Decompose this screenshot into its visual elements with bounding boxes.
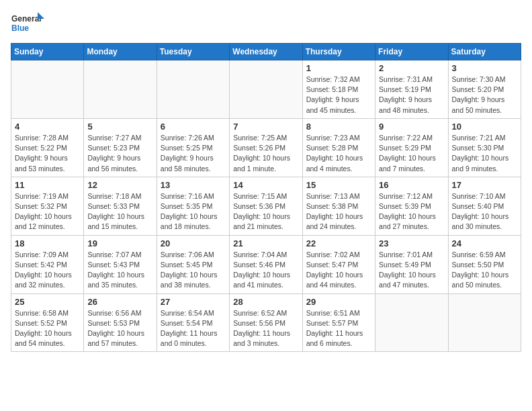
- day-number: 9: [379, 122, 444, 132]
- col-header-wednesday: Wednesday: [230, 44, 302, 60]
- col-header-saturday: Saturday: [448, 44, 521, 60]
- day-info: Sunrise: 6:52 AMSunset: 5:56 PMDaylight:…: [233, 308, 298, 349]
- calendar-cell: 14Sunrise: 7:15 AMSunset: 5:36 PMDayligh…: [230, 177, 302, 235]
- calendar-cell: 28Sunrise: 6:52 AMSunset: 5:56 PMDayligh…: [230, 293, 302, 352]
- day-info: Sunrise: 7:27 AMSunset: 5:23 PMDaylight:…: [87, 133, 152, 174]
- calendar-cell: 3Sunrise: 7:30 AMSunset: 5:20 PMDaylight…: [448, 60, 521, 119]
- day-number: 21: [233, 238, 298, 248]
- day-info: Sunrise: 7:06 AMSunset: 5:45 PMDaylight:…: [161, 250, 226, 291]
- calendar-cell: 13Sunrise: 7:16 AMSunset: 5:35 PMDayligh…: [157, 177, 229, 235]
- day-number: 25: [15, 297, 80, 307]
- calendar-cell: 19Sunrise: 7:07 AMSunset: 5:43 PMDayligh…: [84, 235, 157, 293]
- day-number: 15: [306, 180, 371, 190]
- day-number: 22: [306, 238, 371, 248]
- day-number: 6: [161, 122, 226, 132]
- day-number: 1: [306, 63, 371, 73]
- day-info: Sunrise: 6:59 AMSunset: 5:50 PMDaylight:…: [452, 250, 517, 291]
- day-number: 23: [379, 238, 444, 248]
- logo-svg: General Blue: [11, 11, 44, 38]
- calendar-cell: 16Sunrise: 7:12 AMSunset: 5:39 PMDayligh…: [375, 177, 448, 235]
- day-info: Sunrise: 6:54 AMSunset: 5:54 PMDaylight:…: [161, 308, 226, 349]
- day-number: 13: [161, 180, 226, 190]
- day-info: Sunrise: 6:51 AMSunset: 5:57 PMDaylight:…: [306, 308, 371, 349]
- calendar-cell: 8Sunrise: 7:23 AMSunset: 5:28 PMDaylight…: [302, 118, 375, 177]
- day-number: 27: [161, 297, 226, 307]
- col-header-tuesday: Tuesday: [157, 44, 229, 60]
- day-info: Sunrise: 7:02 AMSunset: 5:47 PMDaylight:…: [306, 250, 371, 291]
- day-info: Sunrise: 7:21 AMSunset: 5:30 PMDaylight:…: [452, 133, 517, 174]
- day-number: 8: [306, 122, 371, 132]
- calendar-cell: 4Sunrise: 7:28 AMSunset: 5:22 PMDaylight…: [11, 118, 84, 177]
- day-number: 2: [379, 63, 444, 73]
- day-number: 26: [87, 297, 152, 307]
- calendar-cell: 15Sunrise: 7:13 AMSunset: 5:38 PMDayligh…: [302, 177, 375, 235]
- day-info: Sunrise: 7:04 AMSunset: 5:46 PMDaylight:…: [233, 250, 298, 291]
- day-info: Sunrise: 6:56 AMSunset: 5:53 PMDaylight:…: [87, 308, 152, 349]
- col-header-monday: Monday: [84, 44, 157, 60]
- day-number: 16: [379, 180, 444, 190]
- calendar-table: SundayMondayTuesdayWednesdayThursdayFrid…: [11, 43, 521, 352]
- day-info: Sunrise: 7:13 AMSunset: 5:38 PMDaylight:…: [306, 191, 371, 232]
- day-info: Sunrise: 7:22 AMSunset: 5:29 PMDaylight:…: [379, 133, 444, 174]
- page-header: General Blue: [11, 11, 521, 38]
- calendar-cell: 27Sunrise: 6:54 AMSunset: 5:54 PMDayligh…: [157, 293, 229, 352]
- day-number: 4: [15, 122, 80, 132]
- day-info: Sunrise: 7:30 AMSunset: 5:20 PMDaylight:…: [452, 75, 517, 116]
- calendar-week-row: 18Sunrise: 7:09 AMSunset: 5:42 PMDayligh…: [11, 235, 521, 293]
- day-info: Sunrise: 7:01 AMSunset: 5:49 PMDaylight:…: [379, 250, 444, 291]
- day-number: 29: [306, 297, 371, 307]
- day-number: 24: [452, 238, 517, 248]
- day-info: Sunrise: 7:25 AMSunset: 5:26 PMDaylight:…: [233, 133, 298, 174]
- svg-text:General: General: [11, 14, 42, 24]
- calendar-week-row: 25Sunrise: 6:58 AMSunset: 5:52 PMDayligh…: [11, 293, 521, 352]
- calendar-cell: 23Sunrise: 7:01 AMSunset: 5:49 PMDayligh…: [375, 235, 448, 293]
- day-info: Sunrise: 7:19 AMSunset: 5:32 PMDaylight:…: [15, 191, 80, 232]
- day-number: 5: [87, 122, 152, 132]
- day-number: 28: [233, 297, 298, 307]
- col-header-friday: Friday: [375, 44, 448, 60]
- calendar-cell: 12Sunrise: 7:18 AMSunset: 5:33 PMDayligh…: [84, 177, 157, 235]
- day-info: Sunrise: 7:31 AMSunset: 5:19 PMDaylight:…: [379, 75, 444, 116]
- day-info: Sunrise: 7:15 AMSunset: 5:36 PMDaylight:…: [233, 191, 298, 232]
- calendar-cell: 21Sunrise: 7:04 AMSunset: 5:46 PMDayligh…: [230, 235, 302, 293]
- day-info: Sunrise: 6:58 AMSunset: 5:52 PMDaylight:…: [15, 308, 80, 349]
- day-info: Sunrise: 7:12 AMSunset: 5:39 PMDaylight:…: [379, 191, 444, 232]
- calendar-cell: 18Sunrise: 7:09 AMSunset: 5:42 PMDayligh…: [11, 235, 84, 293]
- day-info: Sunrise: 7:32 AMSunset: 5:18 PMDaylight:…: [306, 75, 371, 116]
- calendar-cell: [11, 60, 84, 119]
- calendar-week-row: 1Sunrise: 7:32 AMSunset: 5:18 PMDaylight…: [11, 60, 521, 119]
- calendar-cell: 22Sunrise: 7:02 AMSunset: 5:47 PMDayligh…: [302, 235, 375, 293]
- calendar-cell: 24Sunrise: 6:59 AMSunset: 5:50 PMDayligh…: [448, 235, 521, 293]
- day-number: 17: [452, 180, 517, 190]
- day-info: Sunrise: 7:28 AMSunset: 5:22 PMDaylight:…: [15, 133, 80, 174]
- calendar-cell: 17Sunrise: 7:10 AMSunset: 5:40 PMDayligh…: [448, 177, 521, 235]
- calendar-cell: 2Sunrise: 7:31 AMSunset: 5:19 PMDaylight…: [375, 60, 448, 119]
- day-number: 14: [233, 180, 298, 190]
- calendar-cell: 11Sunrise: 7:19 AMSunset: 5:32 PMDayligh…: [11, 177, 84, 235]
- day-number: 3: [452, 63, 517, 73]
- calendar-cell: 6Sunrise: 7:26 AMSunset: 5:25 PMDaylight…: [157, 118, 229, 177]
- calendar-cell: [84, 60, 157, 119]
- calendar-cell: 7Sunrise: 7:25 AMSunset: 5:26 PMDaylight…: [230, 118, 302, 177]
- day-number: 19: [87, 238, 152, 248]
- calendar-cell: 25Sunrise: 6:58 AMSunset: 5:52 PMDayligh…: [11, 293, 84, 352]
- day-info: Sunrise: 7:23 AMSunset: 5:28 PMDaylight:…: [306, 133, 371, 174]
- day-number: 20: [161, 238, 226, 248]
- svg-marker-2: [38, 12, 44, 19]
- day-number: 10: [452, 122, 517, 132]
- calendar-week-row: 11Sunrise: 7:19 AMSunset: 5:32 PMDayligh…: [11, 177, 521, 235]
- day-number: 18: [15, 238, 80, 248]
- calendar-cell: [375, 293, 448, 352]
- calendar-cell: 20Sunrise: 7:06 AMSunset: 5:45 PMDayligh…: [157, 235, 229, 293]
- day-info: Sunrise: 7:18 AMSunset: 5:33 PMDaylight:…: [87, 191, 152, 232]
- day-info: Sunrise: 7:07 AMSunset: 5:43 PMDaylight:…: [87, 250, 152, 291]
- calendar-cell: 9Sunrise: 7:22 AMSunset: 5:29 PMDaylight…: [375, 118, 448, 177]
- logo: General Blue: [11, 11, 44, 38]
- calendar-cell: 26Sunrise: 6:56 AMSunset: 5:53 PMDayligh…: [84, 293, 157, 352]
- day-info: Sunrise: 7:26 AMSunset: 5:25 PMDaylight:…: [161, 133, 226, 174]
- calendar-header-row: SundayMondayTuesdayWednesdayThursdayFrid…: [11, 44, 521, 60]
- calendar-cell: 10Sunrise: 7:21 AMSunset: 5:30 PMDayligh…: [448, 118, 521, 177]
- calendar-cell: 1Sunrise: 7:32 AMSunset: 5:18 PMDaylight…: [302, 60, 375, 119]
- calendar-cell: [157, 60, 229, 119]
- day-number: 11: [15, 180, 80, 190]
